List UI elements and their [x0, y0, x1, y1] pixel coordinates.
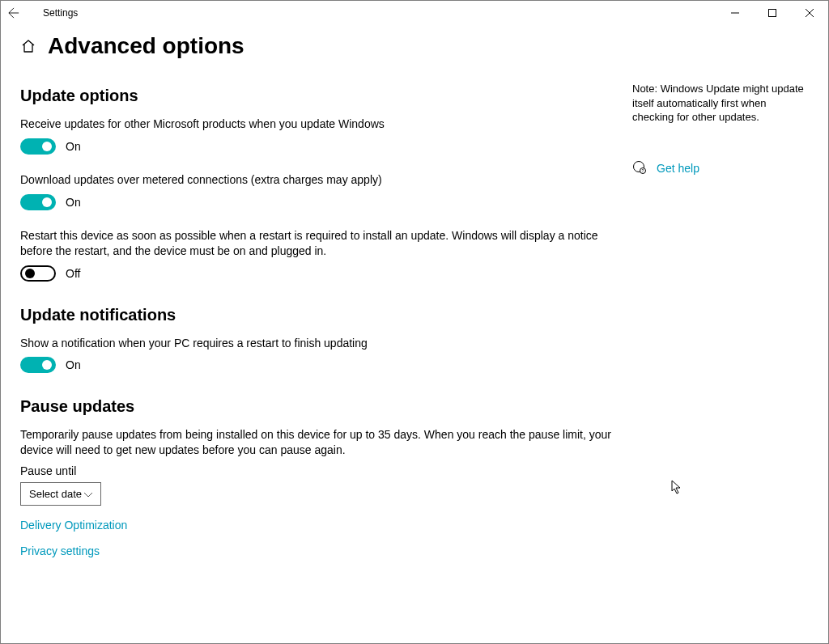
- toggle-receive-updates-state: On: [66, 140, 81, 153]
- opt-notify-desc: Show a notification when your PC require…: [20, 336, 624, 351]
- minimize-button[interactable]: [716, 1, 754, 25]
- back-button[interactable]: [1, 1, 27, 25]
- titlebar: Settings: [1, 1, 828, 25]
- svg-text:?: ?: [642, 168, 644, 173]
- opt-receive-updates-desc: Receive updates for other Microsoft prod…: [20, 117, 624, 132]
- svg-rect-1: [769, 10, 776, 17]
- pause-until-value: Select date: [29, 488, 82, 500]
- pause-until-label: Pause until: [20, 464, 624, 477]
- page-title: Advanced options: [48, 33, 244, 59]
- section-heading-pause: Pause updates: [20, 397, 624, 416]
- section-pause: Pause updates Temporarily pause updates …: [20, 397, 624, 557]
- main-panel: Advanced options Update options Receive …: [1, 33, 624, 582]
- close-button[interactable]: [791, 1, 828, 25]
- get-help-row[interactable]: ? Get help: [632, 160, 809, 177]
- side-note: Note: Windows Update might update itself…: [632, 82, 809, 125]
- maximize-button[interactable]: [754, 1, 791, 25]
- toggle-notify[interactable]: [20, 357, 56, 373]
- toggle-restart-state: Off: [66, 267, 80, 280]
- chevron-down-icon: [84, 488, 92, 500]
- link-privacy-settings[interactable]: Privacy settings: [20, 544, 624, 557]
- side-panel: Note: Windows Update might update itself…: [624, 33, 828, 582]
- toggle-metered[interactable]: [20, 194, 56, 210]
- section-notifications: Update notifications Show a notification…: [20, 306, 624, 374]
- section-heading-notifications: Update notifications: [20, 306, 624, 324]
- section-update-options: Update options Receive updates for other…: [20, 87, 624, 282]
- pause-desc: Temporarily pause updates from being ins…: [20, 427, 624, 458]
- toggle-metered-state: On: [66, 196, 81, 209]
- settings-window: Settings Advanced options Update options…: [0, 0, 829, 644]
- window-controls: [716, 1, 828, 25]
- opt-restart-desc: Restart this device as soon as possible …: [20, 228, 624, 259]
- toggle-receive-updates[interactable]: [20, 138, 56, 155]
- window-title: Settings: [43, 7, 78, 19]
- opt-metered-desc: Download updates over metered connection…: [20, 172, 624, 188]
- section-heading-update-options: Update options: [20, 87, 624, 105]
- pause-until-dropdown[interactable]: Select date: [20, 482, 101, 506]
- home-icon[interactable]: [20, 38, 36, 54]
- link-delivery-optimization[interactable]: Delivery Optimization: [20, 519, 624, 532]
- get-help-link: Get help: [657, 162, 699, 175]
- toggle-notify-state: On: [66, 358, 81, 371]
- toggle-restart[interactable]: [20, 265, 56, 282]
- help-icon: ?: [632, 160, 647, 177]
